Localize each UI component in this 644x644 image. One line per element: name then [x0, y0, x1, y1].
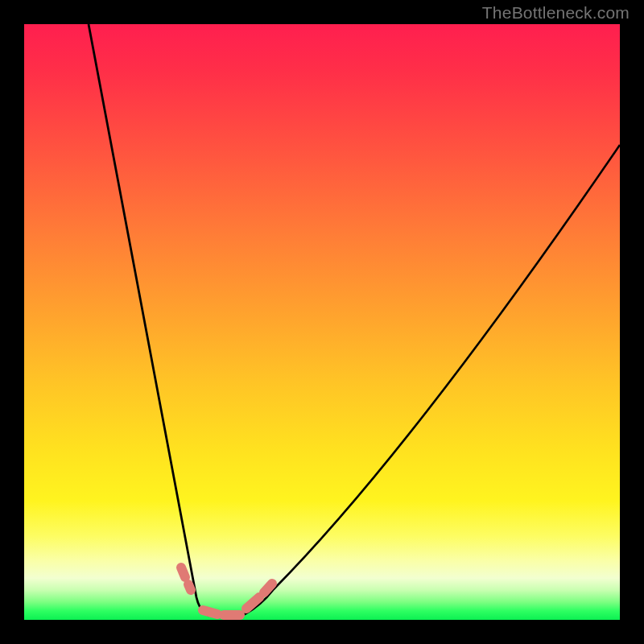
- bead-2: [188, 584, 191, 590]
- chart-container: TheBottleneck.com: [0, 0, 644, 644]
- bead-1: [181, 568, 185, 577]
- watermark-label: TheBottleneck.com: [482, 3, 630, 23]
- curves-svg: [24, 24, 620, 620]
- bead-3: [203, 610, 217, 614]
- right-curve: [242, 145, 620, 616]
- bead-6: [264, 584, 272, 592]
- left-curve: [89, 24, 209, 616]
- plot-area: [24, 24, 620, 620]
